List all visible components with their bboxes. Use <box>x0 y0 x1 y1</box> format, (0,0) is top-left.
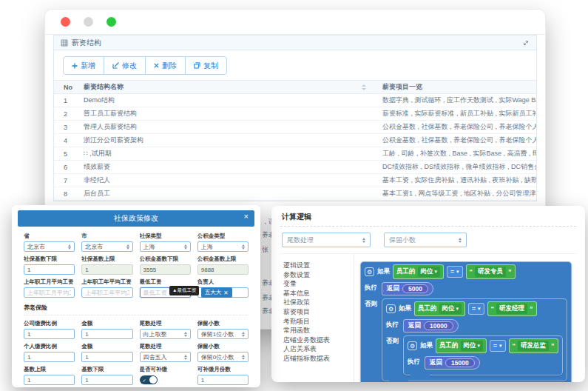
traffic-light-close-button[interactable] <box>61 17 70 27</box>
string-text[interactable]: 研发经理 <box>496 304 527 314</box>
col-header-name[interactable]: 薪资结构名称 <box>84 82 382 92</box>
return-block[interactable]: 返回10000 <box>403 319 459 332</box>
tag-close-icon[interactable]: ✕ <box>223 290 228 296</box>
menu-item-store-business-table[interactable]: 店铺业务数据表 <box>280 335 354 345</box>
employee-field-block[interactable]: 员工的 岗位▾ <box>414 301 465 316</box>
table-row[interactable]: 1 Demo结构 数据字典 , 测试循环 , 应工作天数测试 , 实际Wage … <box>54 94 536 107</box>
table-row[interactable]: 7 非经纪人 基本工资 , 实际住房补贴 , 通讯补贴 , 夜班补贴 , 缺勤扣… <box>54 174 536 187</box>
menu-item-person-store-table[interactable]: 人店关系表 <box>280 344 354 354</box>
toolbar-button-group: 新增 修改 删除 复制 <box>63 56 227 75</box>
social-security-type-select[interactable]: 上海 <box>140 241 191 252</box>
chevron-down-icon: ▾ <box>478 306 481 312</box>
housing-fund-type-select[interactable]: 上海 <box>197 241 249 252</box>
chevron-down-icon: ▾ <box>499 343 502 349</box>
operator-block[interactable]: =▾ <box>490 340 505 352</box>
ss-base-lower-field[interactable] <box>24 264 75 275</box>
blockly-canvas[interactable]: ⚙ 如果 员工的 岗位▾ =▾ “ 研发专员 ” <box>354 254 576 382</box>
menu-item-variables[interactable]: 变量 <box>280 279 354 289</box>
menu-item-logic-settings[interactable]: 逻辑设置 <box>280 261 354 270</box>
table-row[interactable]: 4 浙江分公司薪资架构 公积金基数 , 社保基数 , 养老保险公司 , 养老保险… <box>54 134 536 147</box>
return-value[interactable]: 15000 <box>445 358 475 367</box>
expand-icon[interactable] <box>522 39 530 47</box>
backpay-months-field[interactable] <box>197 375 249 385</box>
field-dropdown[interactable]: 岗位▾ <box>439 304 462 314</box>
toggle-knob <box>149 376 157 384</box>
return-value[interactable]: 10000 <box>424 321 453 330</box>
city-select[interactable]: 北京市 <box>81 241 132 252</box>
menu-item-common-functions[interactable]: 常用函数 <box>280 326 354 335</box>
copy-button[interactable]: 复制 <box>185 56 227 75</box>
company-amount-field[interactable] <box>81 329 132 339</box>
return-block[interactable]: 返回15000 <box>425 356 480 370</box>
allow-backpay-toggle[interactable]: ✓ <box>140 375 158 384</box>
operator-block[interactable]: =▾ <box>468 303 484 315</box>
rounding-select[interactable]: 向上取整 <box>140 329 191 339</box>
gear-icon[interactable]: ⚙ <box>408 341 417 350</box>
gear-icon[interactable]: ⚙ <box>386 304 396 313</box>
modal-close-icon[interactable]: × <box>244 212 249 221</box>
return-block[interactable]: 返回5000 <box>382 282 433 295</box>
sort-icon[interactable] <box>362 84 366 90</box>
table-row[interactable]: 6 绩效薪资 DC绩效指标 , DS绩效指标 , 微单绩效指标 , DC销售金额… <box>54 161 536 174</box>
decimals-select[interactable]: 保留1位小数 <box>197 329 249 339</box>
table-row[interactable]: 3 管理人员薪资结构 公积金基数 , 社保基数 , 养老保险公司 , 养老保险个… <box>54 121 536 134</box>
province-select[interactable]: 北京市 <box>24 241 75 252</box>
return-value[interactable]: 5000 <box>402 284 428 293</box>
menu-item-attendance-items[interactable]: 考勤项目 <box>280 317 354 327</box>
base-upper-field[interactable] <box>24 375 75 385</box>
fund-base-upper-field[interactable] <box>197 264 249 275</box>
logic-sidebar-menu: 逻辑设置 参数设置 变量 基本信息 社保政策 薪资项目 考勤项目 常用函数 店铺… <box>280 254 354 382</box>
table-row[interactable]: 2 普工员工薪资结构 薪资标准 , 实际薪资标准 , 新员工补贴 , 实际新员工… <box>54 107 536 121</box>
menu-item-parameter-settings[interactable]: 参数设置 <box>280 270 354 280</box>
stepper-icon <box>184 355 187 360</box>
calculation-logic-window: 计算逻辑 尾数处理 保留小数 逻辑设置 参数设置 变量 基本信息 社保政策 薪资… <box>271 206 585 382</box>
personal-rate-field[interactable] <box>24 352 75 362</box>
field-dropdown[interactable]: 岗位▾ <box>461 341 484 351</box>
menu-item-social-policy[interactable]: 社保政策 <box>280 298 354 307</box>
menu-item-basic-info[interactable]: 基本信息 <box>280 289 354 298</box>
menu-item-store-metrics-table[interactable]: 店铺指标数据表 <box>280 354 354 364</box>
table-row[interactable]: 5 ∷ ,试用期 工龄 , 司龄 , 补签次数 , Base , 实际Base … <box>54 147 536 161</box>
traffic-light-zoom-button[interactable] <box>107 17 116 27</box>
stepper-icon <box>242 244 245 250</box>
string-text[interactable]: 研发总监 <box>518 341 549 351</box>
salary-structure-panel: 薪资结构 新增 修改 删除 <box>53 35 537 201</box>
employee-field-block[interactable]: 员工的 岗位▾ <box>436 338 487 353</box>
field-dropdown[interactable]: 岗位▾ <box>418 267 441 277</box>
operator-block[interactable]: =▾ <box>447 266 462 278</box>
rounding-mode-select[interactable]: 尾数处理 <box>282 233 371 247</box>
stepper-icon <box>184 332 187 337</box>
base-lower-field[interactable] <box>81 375 132 385</box>
monthly-avg-wage-field[interactable] <box>24 287 75 298</box>
gear-icon[interactable]: ⚙ <box>365 267 374 276</box>
fund-base-lower-field[interactable] <box>140 264 191 275</box>
owner-field[interactable]: 五大大✕ <box>197 287 249 298</box>
table-row[interactable]: 8 后台员工 基本工资1 , 网点等级工资 , 地区补贴 , 分公司管理津贴 ,… <box>54 187 536 201</box>
blockly-if-block[interactable]: ⚙ 如果 员工的 岗位▾ =▾ “ 研发专员 ” <box>360 261 572 382</box>
window-titlebar <box>45 10 545 35</box>
string-value-block[interactable]: “ 研发总监 ” <box>509 338 558 353</box>
string-value-block[interactable]: “ 研发专员 ” <box>466 264 516 279</box>
table-body: 1 Demo结构 数据字典 , 测试循环 , 应工作天数测试 , 实际Wage … <box>54 94 536 201</box>
rounding-select-2[interactable]: 四舍五入 <box>140 352 191 362</box>
company-rate-field[interactable] <box>24 329 75 339</box>
keep-decimals-select[interactable]: 保留小数 <box>384 233 467 247</box>
add-button[interactable]: 新增 <box>63 56 104 75</box>
string-value-block[interactable]: “ 研发经理 ” <box>487 301 537 316</box>
employee-field-block[interactable]: 员工的 岗位▾ <box>393 264 444 279</box>
yearly-avg-wage-field[interactable] <box>81 287 132 298</box>
ss-base-upper-field[interactable] <box>81 264 132 275</box>
stepper-icon <box>459 238 462 243</box>
owner-tag[interactable]: 五大大✕ <box>201 287 232 298</box>
blockly-if-block[interactable]: ⚙ 如果 员工的 岗位▾ =▾ “ <box>403 335 563 375</box>
copy-icon <box>194 62 200 69</box>
decimals-select-2[interactable]: 保留0位小数 <box>197 352 249 362</box>
traffic-light-minimize-button[interactable] <box>84 17 93 27</box>
edit-button[interactable]: 修改 <box>104 56 146 75</box>
string-text[interactable]: 研发专员 <box>475 267 506 277</box>
modal-body: 省 北京市 市 北京市 社保类型 上海 公积金类型 上海 社保基数下限 社保基数… <box>18 227 254 387</box>
personal-amount-field[interactable] <box>81 352 132 362</box>
delete-button[interactable]: 删除 <box>145 56 186 75</box>
menu-item-salary-items[interactable]: 薪资项目 <box>280 307 354 317</box>
blockly-if-block[interactable]: ⚙ 如果 员工的 岗位▾ =▾ “ 研发经理 ” <box>382 298 567 381</box>
